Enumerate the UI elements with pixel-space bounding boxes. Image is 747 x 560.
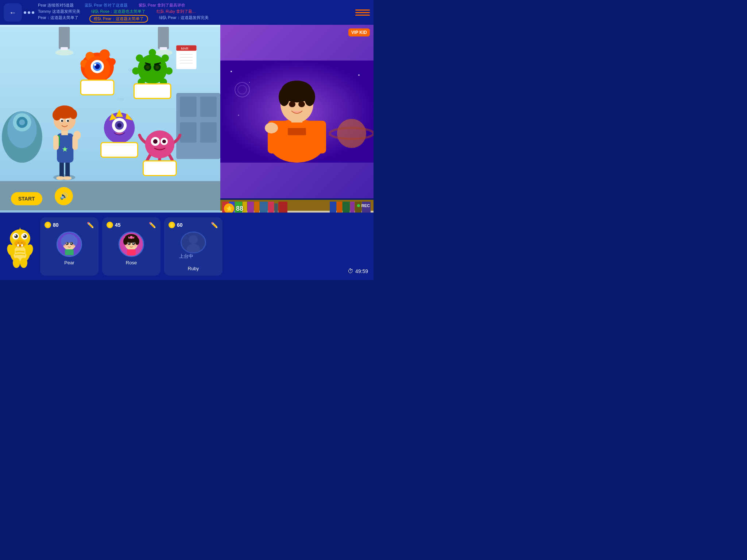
- notif-row-1: Pear 连续答对5道题 蓝队 Pear 答对了这道题 紫队 Pear 拿到了最…: [38, 3, 352, 8]
- svg-rect-6: [160, 47, 167, 50]
- svg-rect-100: [288, 128, 306, 135]
- sound-button[interactable]: 🔊: [55, 187, 73, 205]
- student-score-area: ⭐ 88: [224, 203, 243, 214]
- player-card-ruby[interactable]: ⭐ 60 ✏️ 上台中 Ruby: [164, 217, 222, 276]
- player-card-pear[interactable]: ⭐ 80 ✏️: [40, 217, 98, 276]
- svg-rect-155: [17, 244, 19, 246]
- svg-point-52: [108, 58, 116, 65]
- notif-2-1: Tommy 这道题发挥完美: [38, 9, 80, 14]
- game-background: H₂O O₂ CO₂ MAR: [0, 25, 220, 213]
- svg-rect-82: [101, 143, 138, 157]
- timer-value: 49:59: [355, 268, 368, 274]
- svg-point-66: [132, 67, 139, 75]
- timer-icon: ⏱: [348, 268, 353, 275]
- notif-row-3: Pear：这道题太简单了 橙队 Pear：这道题太简单了 绿队 Pear：这道题…: [38, 15, 352, 23]
- svg-point-106: [289, 101, 295, 107]
- svg-rect-13: [200, 97, 217, 117]
- svg-point-95: [238, 115, 239, 116]
- svg-point-151: [14, 234, 18, 238]
- svg-point-186: [133, 244, 137, 246]
- coin-icon-pear: ⭐: [44, 222, 51, 228]
- svg-point-61: [149, 49, 156, 56]
- player-avatar-rose: [119, 232, 144, 257]
- start-button[interactable]: START: [11, 192, 42, 205]
- svg-text:★: ★: [62, 145, 68, 153]
- svg-text:O₂: O₂: [128, 68, 132, 72]
- svg-point-185: [125, 244, 129, 246]
- notif-3-2-highlighted: 橙队 Pear：这道题太简单了: [89, 15, 148, 23]
- player-name-ruby: Ruby: [188, 266, 199, 271]
- svg-point-58: [94, 64, 96, 66]
- svg-point-167: [66, 242, 67, 244]
- svg-point-176: [123, 238, 128, 245]
- svg-point-27: [19, 120, 25, 125]
- svg-point-81: [117, 123, 121, 128]
- svg-point-168: [71, 242, 72, 244]
- svg-point-47: [61, 120, 63, 122]
- ruby-avatar-svg: [182, 232, 204, 253]
- star-badge: ⭐: [224, 203, 234, 214]
- svg-point-105: [304, 88, 315, 106]
- svg-rect-2: [59, 27, 70, 49]
- coin-icon-rose: ⭐: [107, 222, 113, 228]
- rec-badge: REC: [357, 203, 370, 208]
- back-arrow-icon: ←: [9, 8, 16, 17]
- mascot-area: [4, 223, 36, 270]
- svg-point-158: [21, 242, 23, 244]
- rec-text: REC: [361, 203, 370, 208]
- pear-avatar-svg: ♥: [58, 233, 80, 255]
- mascot-svg: [5, 225, 35, 268]
- svg-text:MAR: MAR: [181, 47, 189, 50]
- svg-rect-156: [21, 244, 23, 246]
- svg-point-146: [20, 258, 27, 268]
- player-name-pear: Pear: [64, 260, 74, 265]
- svg-point-107: [298, 101, 305, 107]
- teacher-video: VIP KID: [220, 25, 374, 198]
- svg-point-67: [136, 54, 143, 62]
- svg-point-63: [165, 67, 173, 75]
- player-card-rose[interactable]: ⭐ 45 ✏️: [102, 217, 160, 276]
- back-button[interactable]: ←: [4, 3, 22, 22]
- player-pencil-rose: ✏️: [149, 222, 156, 229]
- svg-point-93: [249, 82, 250, 83]
- svg-point-108: [265, 122, 278, 133]
- hamburger-menu-icon[interactable]: [355, 9, 370, 16]
- player-score-row-ruby: ⭐ 60 ✏️: [169, 222, 218, 229]
- svg-point-83: [145, 131, 175, 159]
- svg-rect-12: [180, 97, 196, 117]
- notif-3-1: Pear：这道题太简单了: [38, 15, 78, 23]
- svg-point-180: [130, 236, 133, 239]
- svg-point-177: [135, 238, 139, 245]
- more-options-button[interactable]: [24, 11, 34, 14]
- svg-point-4: [55, 50, 73, 55]
- svg-point-154: [23, 235, 25, 236]
- svg-text:CO₂: CO₂: [117, 97, 124, 101]
- player-pencil-pear: ✏️: [87, 222, 94, 229]
- svg-point-48: [67, 120, 69, 122]
- svg-point-71: [155, 66, 159, 69]
- svg-point-94: [358, 74, 360, 76]
- svg-point-157: [18, 242, 19, 244]
- svg-point-92: [231, 71, 232, 72]
- svg-rect-187: [127, 249, 136, 255]
- teacher-bg-svg: [220, 25, 374, 198]
- notif-2-2: 绿队 Rose：这道题也太简单了: [91, 9, 146, 14]
- svg-point-87: [162, 140, 166, 143]
- player-score-row-rose: ⭐ 45 ✏️: [107, 222, 156, 229]
- svg-point-104: [279, 88, 290, 106]
- player-avatar-ruby: [181, 232, 206, 253]
- notif-1-2: 蓝队 Pear 答对了这道题: [85, 3, 127, 8]
- svg-point-169: [63, 244, 67, 246]
- bottom-bar: ⭐ 80 ✏️: [0, 213, 374, 280]
- svg-point-70: [146, 66, 150, 69]
- notif-1-3: 紫队 Pear 拿到了最高评价: [139, 3, 185, 8]
- player-score-row-pear: ⭐ 80 ✏️: [44, 222, 94, 229]
- svg-point-183: [128, 242, 129, 244]
- svg-rect-74: [134, 84, 171, 98]
- svg-point-145: [13, 258, 20, 268]
- game-area: H₂O O₂ CO₂ MAR: [0, 25, 220, 213]
- top-bar: ← Pear 连续答对5道题 蓝队 Pear 答对了这道题 紫队 Pear 拿到…: [0, 0, 374, 25]
- teacher-photo-area: [220, 25, 374, 198]
- ontai-text: 上台中: [179, 253, 193, 260]
- svg-point-62: [162, 54, 169, 62]
